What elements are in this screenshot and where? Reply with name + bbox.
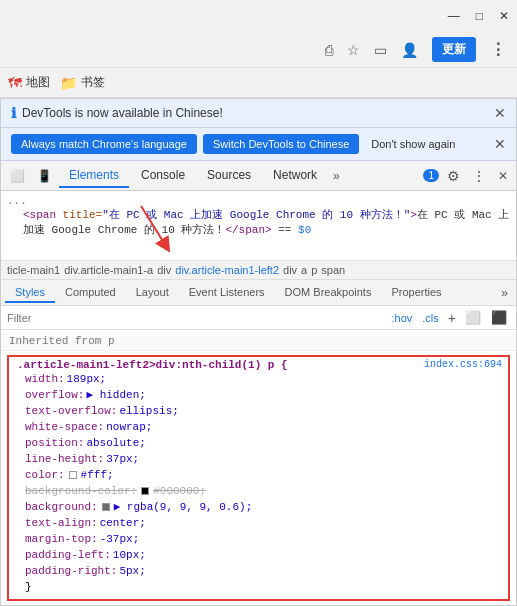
rule-selector-line[interactable]: .article-main1-left2>div:nth-child(1) p …	[17, 359, 500, 371]
css-rules-area: Inherited from p .article-main1-left2>di…	[1, 330, 516, 605]
bookmark-folder-label: 书签	[81, 74, 105, 91]
close-lang-bar-button[interactable]: ✕	[494, 136, 506, 152]
html-view: ... <span title="在 PC 或 Mac 上加速 Google C…	[1, 191, 516, 261]
title-bar-controls: — □ ✕	[448, 9, 509, 23]
settings-gear-icon[interactable]: ⚙	[443, 166, 464, 186]
update-button[interactable]: 更新	[432, 37, 476, 62]
bookmark-star-icon[interactable]: ☆	[347, 42, 360, 58]
title-bar: — □ ✕	[0, 0, 517, 32]
browser-menu-icon[interactable]: ⋮	[490, 40, 505, 59]
devtools-tab-bar: ⬜ 📱 Elements Console Sources Network » 1…	[1, 161, 516, 191]
css-prop-padding-left: padding-left: 10px;	[17, 547, 500, 563]
css-prop-margin-top: margin-top: -37px;	[17, 531, 500, 547]
tab-event-listeners[interactable]: Event Listeners	[179, 283, 275, 303]
rule-selector[interactable]: .article-main1-left2>div:nth-child(1) p …	[17, 359, 288, 371]
breadcrumb-ticle[interactable]: ticle-main1	[7, 264, 60, 276]
devtools-close-button[interactable]: ✕	[494, 167, 512, 185]
info-text: DevTools is now available in Chinese!	[22, 106, 223, 120]
css-prop-position: position: absolute;	[17, 435, 500, 451]
device-toolbar-button[interactable]: 📱	[32, 167, 57, 185]
inspect-element-button[interactable]: ⬜	[5, 167, 30, 185]
color-swatch-white[interactable]	[69, 471, 77, 479]
css-prop-background-color: background-color: #000000;	[17, 483, 500, 499]
tablet-icon[interactable]: ▭	[374, 42, 387, 58]
copy-styles-icon[interactable]: ⬜	[462, 309, 484, 326]
more-tabs-button[interactable]: »	[329, 165, 344, 187]
refresh-styles-icon[interactable]: ⬛	[488, 309, 510, 326]
hover-filter-button[interactable]: :hov	[389, 311, 416, 325]
devtools-panel: ℹ DevTools is now available in Chinese! …	[0, 98, 517, 606]
maximize-button[interactable]: □	[476, 9, 483, 23]
breadcrumb-div-left2[interactable]: div.article-main1-left2	[175, 264, 279, 276]
close-info-button[interactable]: ✕	[494, 105, 506, 121]
bookmark-map[interactable]: 🗺 地图	[8, 74, 50, 91]
info-icon: ℹ	[11, 105, 16, 121]
color-swatch-black[interactable]	[141, 487, 149, 495]
css-prop-color: color: #fff;	[17, 467, 500, 483]
tab-properties[interactable]: Properties	[381, 283, 451, 303]
lang-bar: Always match Chrome's language Switch De…	[1, 128, 516, 161]
always-match-language-button[interactable]: Always match Chrome's language	[11, 134, 197, 154]
breadcrumb-div2[interactable]: div	[283, 264, 297, 276]
user-icon[interactable]: 👤	[401, 42, 418, 58]
class-filter-button[interactable]: .cls	[419, 311, 442, 325]
minimize-button[interactable]: —	[448, 9, 460, 23]
styles-tab-bar: Styles Computed Layout Event Listeners D…	[1, 280, 516, 306]
inherited-from-p-label: Inherited from p	[1, 332, 516, 351]
map-icon: 🗺	[8, 75, 22, 91]
css-rule-block: .article-main1-left2>div:nth-child(1) p …	[7, 355, 510, 601]
html-dots: ...	[7, 195, 510, 207]
close-button[interactable]: ✕	[499, 9, 509, 23]
css-prop-text-overflow: text-overflow: ellipsis;	[17, 403, 500, 419]
css-closing-brace: }	[17, 579, 500, 595]
more-styles-tabs-button[interactable]: »	[497, 284, 512, 302]
info-bar: ℹ DevTools is now available in Chinese! …	[1, 99, 516, 128]
breadcrumb-div1[interactable]: div	[157, 264, 171, 276]
bookmark-folder[interactable]: 📁 书签	[60, 74, 105, 91]
tab-console[interactable]: Console	[131, 164, 195, 188]
breadcrumb-div-a[interactable]: div.article-main1-a	[64, 264, 153, 276]
css-prop-width: width: 189px;	[17, 371, 500, 387]
dont-show-again-button[interactable]: Don't show again	[371, 138, 455, 150]
share-icon[interactable]: ⎙	[325, 42, 333, 58]
switch-devtools-language-button[interactable]: Switch DevTools to Chinese	[203, 134, 359, 154]
css-prop-overflow: overflow: ▶ hidden;	[17, 387, 500, 403]
console-badge: 1	[423, 169, 439, 182]
tab-styles[interactable]: Styles	[5, 283, 55, 303]
breadcrumb-p[interactable]: p	[311, 264, 317, 276]
css-prop-background: background: ▶ rgba(9, 9, 9, 0.6);	[17, 499, 500, 515]
css-prop-white-space: white-space: nowrap;	[17, 419, 500, 435]
breadcrumb-a[interactable]: a	[301, 264, 307, 276]
devtools-more-options-icon[interactable]: ⋮	[468, 166, 490, 186]
html-line-1: <span title="在 PC 或 Mac 上加速 Google Chrom…	[7, 207, 510, 237]
color-swatch-rgba[interactable]	[102, 503, 110, 511]
breadcrumb-bar: ticle-main1 div.article-main1-a div div.…	[1, 261, 516, 280]
add-style-button[interactable]: +	[446, 310, 458, 326]
breadcrumb-span[interactable]: span	[321, 264, 345, 276]
rule-source[interactable]: index.css:694	[424, 359, 502, 370]
filter-input[interactable]	[7, 312, 385, 324]
bookmarks-bar: 🗺 地图 📁 书签	[0, 68, 517, 98]
tab-computed[interactable]: Computed	[55, 283, 126, 303]
browser-toolbar: ⎙ ☆ ▭ 👤 更新 ⋮	[0, 32, 517, 68]
css-prop-padding-right: padding-right: 5px;	[17, 563, 500, 579]
tab-layout[interactable]: Layout	[126, 283, 179, 303]
tab-sources[interactable]: Sources	[197, 164, 261, 188]
folder-icon: 📁	[60, 75, 77, 91]
filter-bar: :hov .cls + ⬜ ⬛	[1, 306, 516, 330]
css-prop-line-height: line-height: 37px;	[17, 451, 500, 467]
tab-elements[interactable]: Elements	[59, 164, 129, 188]
tab-network[interactable]: Network	[263, 164, 327, 188]
tab-dom-breakpoints[interactable]: DOM Breakpoints	[275, 283, 382, 303]
bookmark-map-label: 地图	[26, 74, 50, 91]
css-prop-text-align: text-align: center;	[17, 515, 500, 531]
